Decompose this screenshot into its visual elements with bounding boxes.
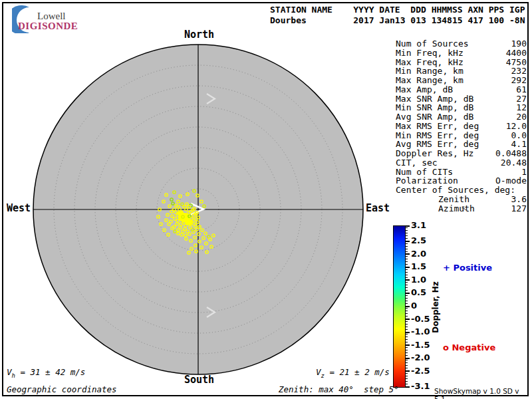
stat-label: Polarization (396, 176, 458, 186)
vh-value: = 31 ± 42 m/s (15, 367, 85, 377)
vz-symbol: V (316, 367, 321, 377)
stat-row: Max Amp, dB61 (396, 85, 527, 94)
stat-label: Min Freq, kHz (396, 49, 464, 58)
stat-row: Avg RMS Err, deg4.1 (396, 140, 527, 149)
colorbar-tick (405, 373, 408, 374)
colorbar-tick (405, 303, 408, 304)
colorbar-tick (405, 272, 408, 273)
colorbar-tick (405, 347, 408, 348)
colorbar-tick (405, 243, 408, 244)
colorbar-tick (405, 352, 408, 353)
colorbar-tick (405, 298, 408, 299)
colorbar-tick (405, 334, 408, 334)
colorbar-tick (405, 230, 408, 231)
compass-south-label: South (184, 374, 214, 386)
colorbar-tick (405, 344, 410, 346)
stat-value: 3.6 (511, 195, 527, 204)
compass-north-label: North (184, 29, 214, 41)
colorbar-tick (405, 316, 408, 317)
colorbar-tick (405, 282, 408, 283)
stat-row: Max Range, km292 (396, 76, 527, 85)
colorbar-tick (405, 350, 408, 350)
colorbar-tick (405, 269, 408, 270)
colorbar-tick (405, 306, 410, 307)
stat-label: Num of CITs (396, 168, 453, 177)
stat-value: 20.48 (501, 158, 527, 168)
stat-label: Avg RMS Err, deg (396, 140, 479, 149)
stat-label: Zenith (396, 195, 469, 204)
stat-row: Avg SNR Amp, dB20 (396, 112, 527, 122)
colorbar-tick (405, 365, 408, 366)
mouse-cursor-icon: ↖ (461, 204, 467, 213)
legend-negative: o Negative (443, 342, 495, 352)
colorbar-tick (405, 256, 408, 257)
doppler-colorbar (393, 225, 406, 388)
colorbar-tick (405, 381, 408, 382)
stat-row: Max RMS Err, deg12.0 (396, 122, 527, 131)
colorbar-tick (405, 311, 408, 311)
stat-label: Num of Sources (396, 39, 469, 49)
colorbar-tick (405, 368, 408, 368)
stat-row: Num of Sources190 (396, 39, 527, 49)
colorbar-tick (405, 249, 408, 249)
colorbar-tick (405, 332, 410, 333)
zenith-scale-text: Zenith: max 40° step 5° (279, 384, 399, 394)
colorbar-tick (405, 275, 408, 275)
vertical-velocity-text: Vz = 21 ± 2 m/s (316, 367, 390, 379)
stat-label: Max Amp, dB (396, 85, 453, 94)
colorbar-tick (405, 259, 408, 259)
horizontal-velocity-text: Vh = 31 ± 42 m/s (7, 367, 85, 379)
colorbar-tick-label: -2.5 (411, 366, 430, 376)
stat-value: 190 (511, 39, 527, 49)
stat-row: Num of CITs1 (396, 168, 527, 177)
colorbar-tick-label: 3.1 (411, 221, 426, 230)
colorbar-tick (405, 301, 408, 301)
colorbar-tick (405, 293, 410, 294)
lowell-digisonde-logo: Lowell DIGISONDE (7, 4, 93, 31)
stat-value: 0.0488 (495, 149, 527, 158)
stat-value: 61 (516, 85, 527, 94)
stat-row: Max SNR Amp, dB27 (396, 94, 527, 104)
coordinate-system-text: Geographic coordinates (7, 384, 117, 394)
colorbar-tick (405, 339, 408, 340)
colorbar-tick (405, 233, 408, 233)
stat-value: 4.1 (511, 140, 527, 149)
compass-east-label: East (366, 202, 390, 214)
skymap-screen: Lowell DIGISONDE STATION NAME YYYY DATE … (0, 0, 532, 399)
colorbar-tick-label: -1.0 (411, 327, 430, 336)
colorbar-tick (405, 336, 408, 337)
colorbar-tick (405, 267, 410, 268)
colorbar-tick-label: 0.5 (411, 288, 426, 297)
stat-row: Center of Sources, deg: (396, 186, 527, 195)
stat-value: 27 (516, 94, 527, 104)
colorbar-tick-label: -2.0 (411, 353, 430, 362)
colorbar-tick (405, 308, 408, 309)
stat-row: Min Range, km232 (396, 66, 527, 76)
colorbar-tick (405, 370, 410, 372)
colorbar-tick-label: -0.5 (411, 315, 430, 324)
stat-value: 0.0 (511, 131, 527, 140)
stat-label: Max SNR Amp, dB (396, 94, 473, 104)
colorbar-tick (405, 327, 408, 327)
colorbar-tick (405, 319, 410, 320)
colorbar-tick (405, 378, 408, 379)
stat-value: 292 (511, 76, 527, 85)
vz-value: = 21 ± 2 m/s (325, 367, 390, 377)
stat-value: 20 (516, 112, 527, 122)
colorbar-tick-label: 2.0 (411, 249, 426, 259)
colorbar-tick (405, 360, 408, 360)
colorbar-tick (405, 285, 408, 285)
compass-west-label: West (7, 202, 31, 214)
colorbar-tick (405, 264, 408, 265)
colorbar-tick-label: 1.0 (411, 275, 426, 285)
colorbar-tick (405, 384, 408, 384)
legend-positive: + Positive (443, 263, 492, 273)
stat-label: Doppler Res, Hz (396, 149, 473, 158)
colorbar-tick (405, 261, 408, 262)
stat-value: 12.0 (506, 122, 527, 131)
stat-row: Zenith3.6 (396, 195, 527, 204)
colorbar-tick (405, 329, 408, 330)
colorbar-tick-label: 1.5 (411, 262, 426, 271)
colorbar-tick (405, 321, 408, 322)
stat-label: Min RMS Err, deg (396, 131, 479, 140)
